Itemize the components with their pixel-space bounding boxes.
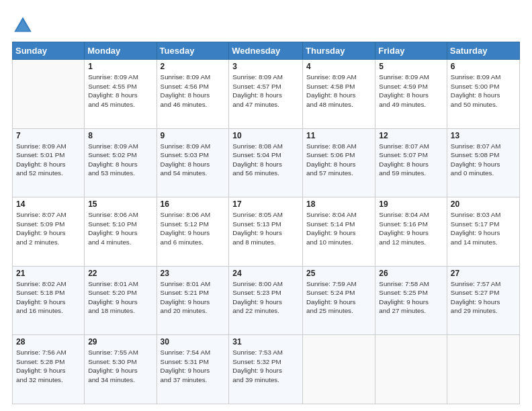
day-number: 4 [306,62,371,71]
calendar-cell: 31Sunrise: 7:53 AM Sunset: 5:32 PM Dayli… [229,335,303,404]
day-number: 14 [16,199,81,209]
day-info: Sunrise: 8:00 AM Sunset: 5:23 PM Dayligh… [232,279,299,316]
day-number: 15 [88,199,152,209]
calendar-week-4: 21Sunrise: 8:02 AM Sunset: 5:18 PM Dayli… [13,266,520,335]
day-number: 11 [306,131,371,140]
calendar-week-1: 1Sunrise: 8:09 AM Sunset: 4:55 PM Daylig… [13,60,520,129]
calendar-cell: 21Sunrise: 8:02 AM Sunset: 5:18 PM Dayli… [13,266,85,335]
day-info: Sunrise: 8:06 AM Sunset: 5:12 PM Dayligh… [161,210,226,246]
calendar-week-3: 14Sunrise: 8:07 AM Sunset: 5:09 PM Dayli… [13,197,520,267]
day-number: 26 [379,269,443,278]
day-number: 6 [451,62,516,71]
day-number: 3 [232,62,299,71]
calendar-week-2: 7Sunrise: 8:09 AM Sunset: 5:01 PM Daylig… [13,128,520,197]
day-number: 23 [161,269,226,278]
calendar-cell: 1Sunrise: 8:09 AM Sunset: 4:55 PM Daylig… [85,60,157,129]
day-info: Sunrise: 8:09 AM Sunset: 4:59 PM Dayligh… [379,73,443,109]
day-number: 24 [232,269,299,278]
calendar-cell: 3Sunrise: 8:09 AM Sunset: 4:57 PM Daylig… [229,60,303,129]
day-number: 5 [379,62,443,71]
day-info: Sunrise: 8:09 AM Sunset: 5:01 PM Dayligh… [16,142,81,178]
calendar-cell: 11Sunrise: 8:08 AM Sunset: 5:06 PM Dayli… [303,128,375,197]
calendar-cell: 12Sunrise: 8:07 AM Sunset: 5:07 PM Dayli… [375,128,447,197]
day-number: 25 [306,269,371,278]
calendar-cell [447,335,519,404]
calendar-cell: 20Sunrise: 8:03 AM Sunset: 5:17 PM Dayli… [447,197,519,267]
calendar-cell: 30Sunrise: 7:54 AM Sunset: 5:31 PM Dayli… [157,335,229,404]
calendar-header: SundayMondayTuesdayWednesdayThursdayFrid… [13,42,520,60]
weekday-header-row: SundayMondayTuesdayWednesdayThursdayFrid… [13,42,520,60]
calendar-cell: 8Sunrise: 8:09 AM Sunset: 5:02 PM Daylig… [85,128,157,197]
weekday-header-monday: Monday [85,42,157,60]
day-info: Sunrise: 8:08 AM Sunset: 5:04 PM Dayligh… [232,142,299,178]
calendar-cell: 23Sunrise: 8:01 AM Sunset: 5:21 PM Dayli… [157,266,229,335]
calendar-cell [303,335,375,404]
day-info: Sunrise: 8:09 AM Sunset: 5:00 PM Dayligh… [451,73,516,109]
day-number: 28 [16,337,81,347]
day-number: 2 [161,62,226,71]
calendar-cell: 26Sunrise: 7:58 AM Sunset: 5:25 PM Dayli… [375,266,447,335]
day-info: Sunrise: 8:07 AM Sunset: 5:09 PM Dayligh… [16,210,81,246]
day-number: 9 [161,131,226,140]
day-number: 17 [232,199,299,209]
calendar-cell: 7Sunrise: 8:09 AM Sunset: 5:01 PM Daylig… [13,128,85,197]
calendar-cell: 13Sunrise: 8:07 AM Sunset: 5:08 PM Dayli… [447,128,519,197]
day-info: Sunrise: 7:58 AM Sunset: 5:25 PM Dayligh… [379,279,443,316]
day-info: Sunrise: 8:02 AM Sunset: 5:18 PM Dayligh… [16,279,81,316]
calendar-cell: 4Sunrise: 8:09 AM Sunset: 4:58 PM Daylig… [303,60,375,129]
day-info: Sunrise: 8:01 AM Sunset: 5:20 PM Dayligh… [88,279,152,316]
day-info: Sunrise: 8:05 AM Sunset: 5:13 PM Dayligh… [232,210,299,246]
day-info: Sunrise: 8:01 AM Sunset: 5:21 PM Dayligh… [161,279,226,316]
page: SundayMondayTuesdayWednesdayThursdayFrid… [0,0,532,411]
day-number: 8 [88,131,152,140]
day-number: 30 [161,337,226,347]
day-info: Sunrise: 8:09 AM Sunset: 5:03 PM Dayligh… [161,142,226,178]
calendar-cell: 27Sunrise: 7:57 AM Sunset: 5:27 PM Dayli… [447,266,519,335]
calendar-cell: 19Sunrise: 8:04 AM Sunset: 5:16 PM Dayli… [375,197,447,267]
calendar-table: SundayMondayTuesdayWednesdayThursdayFrid… [12,42,520,404]
day-info: Sunrise: 8:09 AM Sunset: 4:57 PM Dayligh… [232,73,299,109]
day-number: 1 [88,62,152,71]
calendar-cell: 25Sunrise: 7:59 AM Sunset: 5:24 PM Dayli… [303,266,375,335]
day-number: 18 [306,199,371,209]
header [12,12,520,36]
day-info: Sunrise: 8:04 AM Sunset: 5:16 PM Dayligh… [379,210,443,246]
weekday-header-thursday: Thursday [303,42,375,60]
day-number: 7 [16,131,81,140]
logo [12,15,36,36]
day-info: Sunrise: 8:09 AM Sunset: 4:58 PM Dayligh… [306,73,371,109]
day-info: Sunrise: 8:06 AM Sunset: 5:10 PM Dayligh… [88,210,152,246]
calendar-cell: 2Sunrise: 8:09 AM Sunset: 4:56 PM Daylig… [157,60,229,129]
calendar-cell: 5Sunrise: 8:09 AM Sunset: 4:59 PM Daylig… [375,60,447,129]
day-info: Sunrise: 8:07 AM Sunset: 5:07 PM Dayligh… [379,142,443,178]
calendar-cell: 16Sunrise: 8:06 AM Sunset: 5:12 PM Dayli… [157,197,229,267]
day-info: Sunrise: 7:55 AM Sunset: 5:30 PM Dayligh… [88,348,152,384]
day-info: Sunrise: 7:59 AM Sunset: 5:24 PM Dayligh… [306,279,371,316]
day-info: Sunrise: 8:09 AM Sunset: 4:56 PM Dayligh… [161,73,226,109]
day-number: 16 [161,199,226,209]
day-number: 27 [451,269,516,278]
day-info: Sunrise: 8:09 AM Sunset: 5:02 PM Dayligh… [88,142,152,178]
day-info: Sunrise: 8:08 AM Sunset: 5:06 PM Dayligh… [306,142,371,178]
calendar-body: 1Sunrise: 8:09 AM Sunset: 4:55 PM Daylig… [13,60,520,404]
logo-icon [12,15,34,36]
weekday-header-wednesday: Wednesday [229,42,303,60]
day-info: Sunrise: 7:56 AM Sunset: 5:28 PM Dayligh… [16,348,81,384]
day-info: Sunrise: 7:54 AM Sunset: 5:31 PM Dayligh… [161,348,226,384]
calendar-cell: 22Sunrise: 8:01 AM Sunset: 5:20 PM Dayli… [85,266,157,335]
calendar-cell: 10Sunrise: 8:08 AM Sunset: 5:04 PM Dayli… [229,128,303,197]
day-number: 21 [16,269,81,278]
weekday-header-sunday: Sunday [13,42,85,60]
day-number: 20 [451,199,516,209]
weekday-header-saturday: Saturday [447,42,519,60]
day-info: Sunrise: 7:53 AM Sunset: 5:32 PM Dayligh… [232,348,299,384]
calendar-cell: 9Sunrise: 8:09 AM Sunset: 5:03 PM Daylig… [157,128,229,197]
calendar-cell: 18Sunrise: 8:04 AM Sunset: 5:14 PM Dayli… [303,197,375,267]
day-info: Sunrise: 8:03 AM Sunset: 5:17 PM Dayligh… [451,210,516,246]
day-info: Sunrise: 8:09 AM Sunset: 4:55 PM Dayligh… [88,73,152,109]
calendar-cell: 29Sunrise: 7:55 AM Sunset: 5:30 PM Dayli… [85,335,157,404]
day-number: 22 [88,269,152,278]
weekday-header-tuesday: Tuesday [157,42,229,60]
calendar-cell: 14Sunrise: 8:07 AM Sunset: 5:09 PM Dayli… [13,197,85,267]
day-number: 10 [232,131,299,140]
